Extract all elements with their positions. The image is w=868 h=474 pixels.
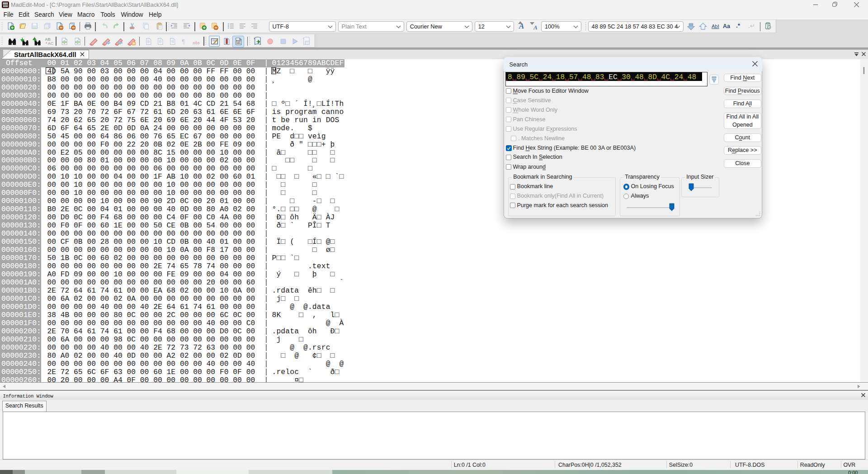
svg-text:101: 101 — [236, 42, 241, 45]
svg-text:¶: ¶ — [182, 38, 185, 45]
svg-text:AC: AC — [48, 41, 54, 46]
